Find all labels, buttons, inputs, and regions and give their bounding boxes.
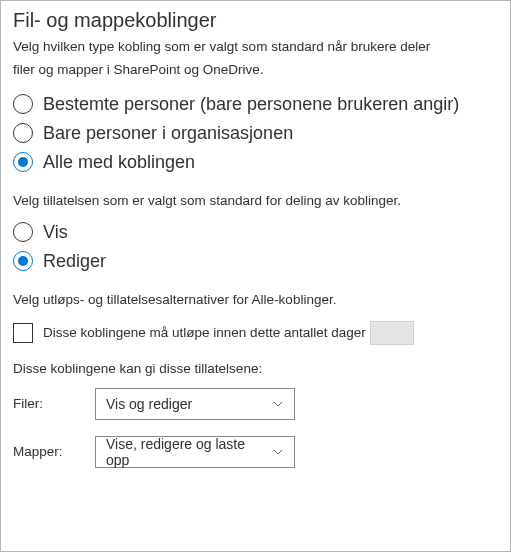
link-type-option-org[interactable]: Bare personer i organisasjonen <box>13 123 498 144</box>
permission-option-view[interactable]: Vis <box>13 222 498 243</box>
link-type-option-anyone[interactable]: Alle med koblingen <box>13 152 498 173</box>
radio-label: Vis <box>43 222 68 243</box>
radio-icon <box>13 94 33 114</box>
expiry-checkbox[interactable] <box>13 323 33 343</box>
folders-label: Mapper: <box>13 444 95 459</box>
expiry-checkbox-row: Disse koblingene må utløpe innen dette a… <box>13 321 498 345</box>
files-dropdown-value: Vis og rediger <box>106 396 272 412</box>
permission-option-edit[interactable]: Rediger <box>13 251 498 272</box>
files-row: Filer: Vis og rediger <box>13 388 498 420</box>
permission-intro: Velg tillatelsen som er valgt som standa… <box>13 193 498 208</box>
radio-icon <box>13 152 33 172</box>
radio-icon <box>13 123 33 143</box>
radio-label: Bestemte personer (bare personene bruker… <box>43 94 459 115</box>
radio-icon <box>13 222 33 242</box>
files-dropdown[interactable]: Vis og rediger <box>95 388 295 420</box>
chevron-down-icon <box>272 446 284 458</box>
panel-heading: Fil- og mappekoblinger <box>13 9 498 32</box>
folders-row: Mapper: Vise, redigere og laste opp <box>13 436 498 468</box>
permissions-heading: Disse koblingene kan gi disse tillatelse… <box>13 361 498 376</box>
radio-label: Alle med koblingen <box>43 152 195 173</box>
expiry-intro: Velg utløps- og tillatelsesalternativer … <box>13 292 498 307</box>
intro-line-1: Velg hvilken type kobling som er valgt s… <box>13 38 498 57</box>
intro-line-2: filer og mapper i SharePoint og OneDrive… <box>13 61 498 80</box>
chevron-down-icon <box>272 398 284 410</box>
folders-dropdown[interactable]: Vise, redigere og laste opp <box>95 436 295 468</box>
file-folder-links-panel: Fil- og mappekoblinger Velg hvilken type… <box>0 0 511 552</box>
expiry-checkbox-label: Disse koblingene må utløpe innen dette a… <box>43 325 366 340</box>
files-label: Filer: <box>13 396 95 411</box>
link-type-radio-group: Bestemte personer (bare personene bruker… <box>13 94 498 173</box>
permission-radio-group: Vis Rediger <box>13 222 498 272</box>
link-type-option-specific[interactable]: Bestemte personer (bare personene bruker… <box>13 94 498 115</box>
folders-dropdown-value: Vise, redigere og laste opp <box>106 436 272 468</box>
expiry-days-input[interactable] <box>370 321 414 345</box>
radio-label: Bare personer i organisasjonen <box>43 123 293 144</box>
radio-label: Rediger <box>43 251 106 272</box>
radio-icon <box>13 251 33 271</box>
